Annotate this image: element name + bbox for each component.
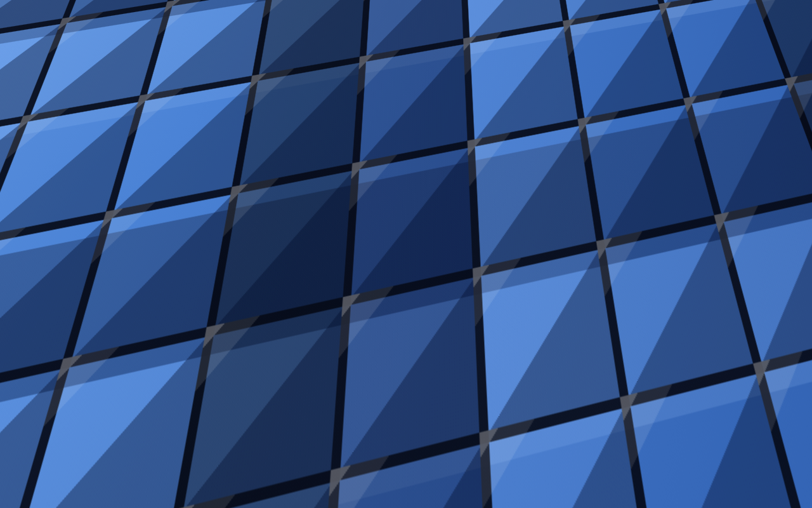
- preferences-button[interactable]: Preferences: [230, 294, 301, 311]
- workspace-4-label: 4: [224, 5, 229, 16]
- panel-separator: [761, 4, 761, 16]
- workspace-1[interactable]: 1: [156, 0, 176, 21]
- desktop-icon-kali-cd[interactable]: Kali Linux a...: [3, 234, 73, 277]
- clock[interactable]: 7:27: [730, 5, 750, 16]
- cd-disc-icon: [23, 233, 53, 264]
- app-finder-panel-button[interactable]: [247, 0, 270, 21]
- application-finder-window: Application Finder ↓: [223, 236, 595, 316]
- chevron-down-icon[interactable]: [138, 8, 145, 13]
- volume-icon: [660, 4, 674, 16]
- launch-button[interactable]: Launch: [534, 294, 588, 311]
- desktop-icon-floppy[interactable]: Floppy Disk: [3, 301, 73, 345]
- search-input[interactable]: [264, 264, 588, 283]
- terminal-icon: $_: [119, 3, 135, 18]
- notifications-bell-icon: [684, 4, 696, 17]
- desktop-icon-file-system[interactable]: File System: [3, 99, 73, 143]
- window-app-icon: [35, 3, 51, 18]
- logout-button[interactable]: [794, 4, 806, 17]
- lock-screen-button[interactable]: [772, 4, 783, 17]
- search-input-wrap: ↓: [264, 264, 588, 283]
- text-editor-icon: [78, 2, 93, 18]
- desktop-icon-label: Floppy Disk: [13, 334, 63, 345]
- kali-menu-icon: [4, 2, 20, 18]
- gear-icon: [237, 298, 246, 307]
- launch-icon: [540, 298, 550, 307]
- window-app-launcher[interactable]: [32, 0, 53, 21]
- panel-separator: [27, 4, 27, 16]
- terminal-launcher[interactable]: $_: [118, 0, 147, 21]
- workspace-2-label: 2: [183, 5, 188, 16]
- workspace-4[interactable]: 4: [217, 0, 237, 21]
- desktop-icon-label: Trash: [26, 199, 50, 210]
- system-monitor-graph[interactable]: [553, 1, 624, 20]
- firefox-icon: [99, 2, 115, 18]
- desktop-root: $_ 1 2 3 4: [0, 0, 812, 508]
- power-manager-tray-button[interactable]: [707, 4, 719, 17]
- network-tray-button[interactable]: [636, 4, 650, 16]
- desktop-icon-label: Home: [25, 69, 51, 79]
- desktop-icon-home[interactable]: Home: [3, 36, 73, 79]
- text-editor-launcher[interactable]: [75, 0, 96, 21]
- trash-icon: [25, 166, 51, 196]
- workspace-3-label: 3: [204, 5, 209, 16]
- desktop-icon-label: Kali Linux a...: [10, 267, 67, 277]
- search-icon: [234, 263, 256, 284]
- lock-icon: [772, 4, 783, 17]
- panel-left: $_ 1 2 3 4: [0, 0, 270, 20]
- preferences-label: Preferences: [250, 298, 294, 307]
- volume-tray-button[interactable]: [660, 4, 674, 16]
- floppy-disk-icon: [25, 303, 51, 328]
- logout-icon: [794, 4, 806, 17]
- firefox-launcher[interactable]: [96, 0, 118, 21]
- close-button[interactable]: [577, 239, 588, 251]
- maximize-button[interactable]: [561, 239, 573, 251]
- panel-tray: 7:27: [553, 0, 812, 20]
- minimize-button[interactable]: [546, 239, 558, 251]
- network-icon: [636, 4, 650, 16]
- launch-label: Launch: [554, 298, 581, 307]
- power-manager-icon: [707, 4, 719, 17]
- workspace-1-label: 1: [163, 5, 168, 16]
- mouse-cursor: [404, 251, 414, 265]
- panel-separator: [242, 4, 242, 16]
- text-caret: [303, 269, 304, 279]
- desktop-icon-trash[interactable]: Trash: [3, 166, 73, 210]
- app-finder-icon: [251, 3, 266, 18]
- workspace-3[interactable]: 3: [197, 0, 216, 21]
- close-icon: [580, 243, 586, 248]
- hard-drive-icon: [25, 101, 51, 126]
- desktop-icon-label: File System: [13, 132, 63, 143]
- file-manager-launcher[interactable]: [53, 0, 75, 21]
- panel-separator: [151, 4, 152, 16]
- notifications-tray-button[interactable]: [684, 4, 696, 17]
- top-panel: $_ 1 2 3 4: [0, 0, 812, 21]
- kali-menu-button[interactable]: [1, 1, 22, 20]
- dropdown-arrow-icon[interactable]: ↓: [578, 267, 582, 277]
- home-folder-icon: [25, 40, 51, 60]
- file-manager-icon: [56, 3, 72, 17]
- workspace-2[interactable]: 2: [176, 0, 196, 21]
